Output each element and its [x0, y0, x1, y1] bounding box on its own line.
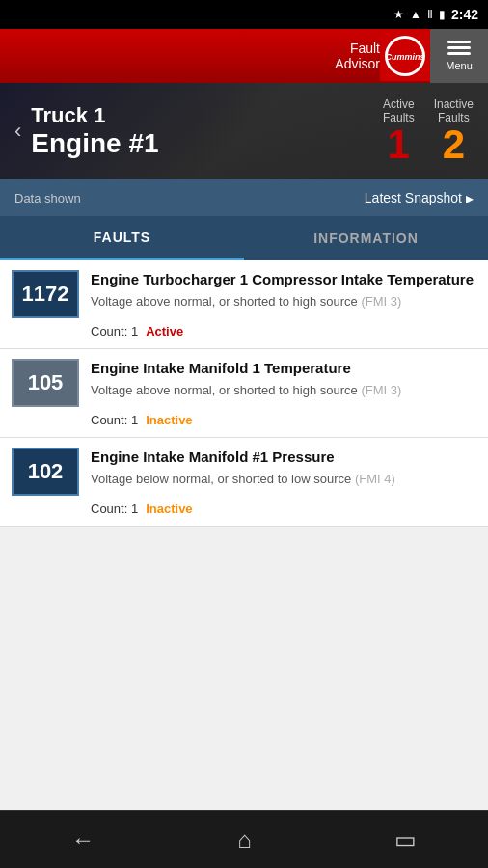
- menu-button[interactable]: Menu: [430, 29, 488, 83]
- tab-faults-label: FAULTS: [94, 230, 150, 245]
- fault-description: Voltage below normal, or shorted to low …: [91, 471, 476, 488]
- status-bar: ★ ▲ Ⅱ ▮ 2:42: [0, 0, 488, 29]
- back-button[interactable]: ‹: [14, 119, 21, 144]
- fault-code-box: 105: [12, 359, 79, 407]
- snapshot-arrow: ▸: [466, 189, 474, 207]
- fault-info: Engine Intake Manifold #1 Pressure Volta…: [91, 448, 476, 488]
- active-faults-counter: ActiveFaults 1: [383, 97, 415, 166]
- app-header: Fault Advisor Cummins Menu: [0, 29, 488, 83]
- menu-icon-line3: [447, 52, 471, 55]
- snapshot-selector[interactable]: Latest Snapshot ▸: [365, 189, 474, 207]
- inactive-faults-label: InactiveFaults: [434, 97, 474, 125]
- fault-count-label: Count: 1: [91, 324, 138, 339]
- fault-item-1172[interactable]: 1172 Engine Turbocharger 1 Compressor In…: [0, 260, 488, 349]
- fault-info: Engine Turbocharger 1 Compressor Intake …: [91, 270, 476, 311]
- cummins-logo: Cummins: [380, 31, 430, 81]
- fault-title: Engine Turbocharger 1 Compressor Intake …: [91, 270, 476, 289]
- menu-label: Menu: [446, 60, 473, 71]
- tab-information[interactable]: INFORMATION: [244, 216, 488, 260]
- fault-row-top: 102 Engine Intake Manifold #1 Pressure V…: [12, 448, 476, 496]
- fault-item-105[interactable]: 105 Engine Intake Manifold 1 Temperature…: [0, 349, 488, 438]
- cummins-circle: Cummins: [385, 36, 425, 76]
- fault-status: Inactive: [146, 502, 192, 516]
- fault-code: 102: [28, 459, 64, 484]
- status-time: 2:42: [451, 7, 478, 22]
- fault-meta: Count: 1 Inactive: [12, 413, 476, 427]
- header-title: Fault Advisor: [12, 41, 380, 71]
- snapshot-label: Latest Snapshot: [365, 190, 462, 205]
- fault-fmi: (FMI 3): [361, 383, 401, 397]
- fault-status: Active: [146, 324, 183, 339]
- data-shown-label: Data shown: [14, 191, 81, 205]
- fault-description: Voltage above normal, or shorted to high…: [91, 293, 476, 311]
- active-faults-label: ActiveFaults: [383, 97, 415, 125]
- fault-row-top: 105 Engine Intake Manifold 1 Temperature…: [12, 359, 476, 407]
- signal-icon: Ⅱ: [427, 8, 433, 21]
- header-title-line2: Advisor: [12, 56, 380, 71]
- bluetooth-icon: ★: [393, 8, 404, 21]
- recent-nav-button[interactable]: ▭: [375, 819, 436, 861]
- fault-description: Voltage above normal, or shorted to high…: [91, 382, 476, 399]
- fault-code: 1172: [22, 282, 69, 307]
- tab-information-label: INFORMATION: [313, 231, 419, 246]
- wifi-icon: ▲: [410, 8, 421, 21]
- fault-meta: Count: 1 Active: [12, 324, 476, 339]
- fault-item-102[interactable]: 102 Engine Intake Manifold #1 Pressure V…: [0, 438, 488, 527]
- data-bar: Data shown Latest Snapshot ▸: [0, 179, 488, 216]
- fault-info: Engine Intake Manifold 1 Temperature Vol…: [91, 359, 476, 399]
- fault-status: Inactive: [146, 413, 192, 427]
- fault-count-label: Count: 1: [91, 502, 138, 516]
- fault-code-box: 1172: [12, 270, 79, 318]
- fault-list: 1172 Engine Turbocharger 1 Compressor In…: [0, 260, 488, 810]
- menu-icon-line2: [447, 46, 471, 49]
- fault-count-label: Count: 1: [91, 413, 138, 427]
- svg-text:Cummins: Cummins: [387, 52, 423, 62]
- fault-title: Engine Intake Manifold #1 Pressure: [91, 448, 476, 467]
- vehicle-banner: ‹ Truck 1 Engine #1 ActiveFaults 1 Inact…: [0, 83, 488, 179]
- fault-code: 105: [28, 370, 64, 395]
- menu-icon-line1: [447, 41, 471, 43]
- fault-fmi: (FMI 4): [355, 472, 395, 486]
- bottom-nav: ← ⌂ ▭: [0, 810, 488, 868]
- active-faults-count: 1: [383, 124, 415, 165]
- inactive-faults-counter: InactiveFaults 2: [434, 97, 474, 166]
- header-title-line1: Fault: [12, 41, 380, 56]
- status-icons: ★ ▲ Ⅱ ▮ 2:42: [393, 7, 478, 22]
- fault-code-box: 102: [12, 448, 79, 496]
- fault-fmi: (FMI 3): [361, 294, 401, 309]
- fault-meta: Count: 1 Inactive: [12, 502, 476, 516]
- back-nav-button[interactable]: ←: [52, 819, 114, 861]
- inactive-faults-count: 2: [434, 124, 474, 165]
- home-nav-button[interactable]: ⌂: [218, 819, 271, 861]
- fault-title: Engine Intake Manifold 1 Temperature: [91, 359, 476, 378]
- fault-row-top: 1172 Engine Turbocharger 1 Compressor In…: [12, 270, 476, 318]
- tab-bar: FAULTS INFORMATION: [0, 216, 488, 260]
- battery-icon: ▮: [439, 8, 446, 21]
- fault-counters: ActiveFaults 1 InactiveFaults 2: [383, 97, 474, 166]
- tab-faults[interactable]: FAULTS: [0, 216, 244, 260]
